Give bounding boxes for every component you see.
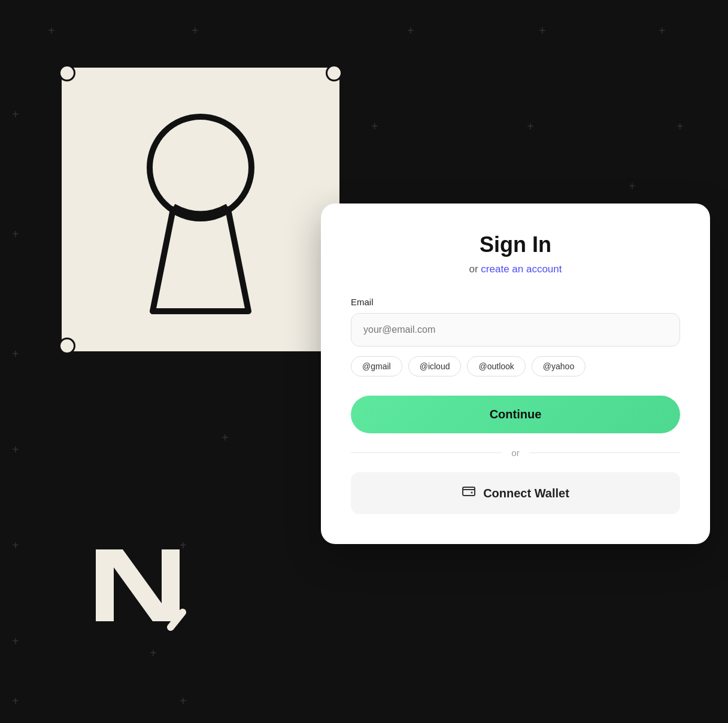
plus-decoration: + [48,24,55,38]
create-account-link[interactable]: create an account [481,263,562,275]
continue-button[interactable]: Continue [351,396,680,433]
svg-rect-1 [463,487,475,496]
keyhole-svg [117,96,284,323]
plus-decoration: + [12,443,19,457]
plus-decoration: + [150,646,157,660]
or-text: or [511,448,519,458]
email-input[interactable] [351,313,680,347]
subtitle-prefix: or [469,263,478,275]
plus-decoration: + [12,227,19,241]
email-label: Email [351,297,680,307]
plus-decoration: + [371,120,378,133]
signin-modal: Sign In or create an account Email @gmai… [321,203,710,544]
corner-circle-bl [59,338,75,354]
corner-circle-tr [326,65,342,81]
plus-decoration: + [407,24,414,38]
svg-point-0 [150,117,251,218]
plus-decoration: + [12,694,19,708]
near-logo [78,525,198,645]
signin-subtitle: or create an account [351,263,680,275]
chip-yahoo[interactable]: @yahoo [532,356,586,376]
chip-icloud[interactable]: @icloud [408,356,462,376]
plus-decoration: + [12,634,19,648]
connect-wallet-label: Connect Wallet [483,487,569,500]
plus-decoration: + [12,539,19,552]
plus-decoration: + [677,120,684,133]
chip-gmail[interactable]: @gmail [351,356,402,376]
plus-decoration: + [192,24,199,38]
plus-decoration: + [659,24,666,38]
corner-circle-tl [59,65,75,81]
plus-decoration: + [222,431,229,445]
svg-point-2 [471,492,473,494]
wallet-icon [462,484,476,502]
email-chips-container: @gmail @icloud @outlook @yahoo [351,356,680,376]
plus-decoration: + [12,347,19,361]
or-divider: or [351,448,680,458]
connect-wallet-button[interactable]: Connect Wallet [351,472,680,514]
plus-decoration: + [12,108,19,121]
plus-decoration: + [629,180,636,193]
signin-title: Sign In [351,232,680,257]
plus-decoration: + [180,694,187,708]
plus-decoration: + [539,24,546,38]
keyhole-illustration [60,66,341,353]
chip-outlook[interactable]: @outlook [467,356,525,376]
plus-decoration: + [527,120,534,133]
